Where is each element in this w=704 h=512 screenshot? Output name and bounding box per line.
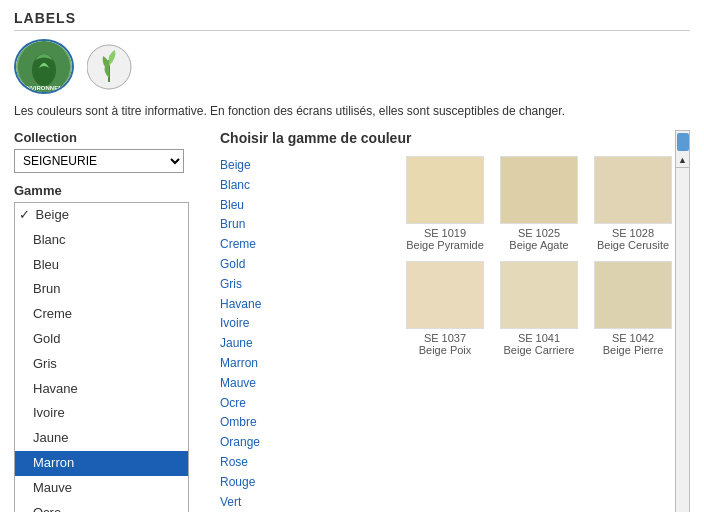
swatch-color-se1037 <box>406 261 484 329</box>
gamme-item-beige[interactable]: ✓ Beige <box>15 203 188 228</box>
swatch-code-se1041: SE 1041 <box>518 332 560 344</box>
swatch-name-se1028: Beige Cerusite <box>597 239 669 251</box>
swatch-code-se1025: SE 1025 <box>518 227 560 239</box>
swatch-color-se1025 <box>500 156 578 224</box>
swatch-name-se1019: Beige Pyramide <box>406 239 484 251</box>
collection-select[interactable]: SEIGNEURIE <box>14 149 184 173</box>
color-link-orange[interactable]: Orange <box>220 433 310 453</box>
page-title: LABELS <box>14 10 690 31</box>
gamme-item-creme[interactable]: Creme <box>15 302 188 327</box>
swatch-code-se1037: SE 1037 <box>424 332 466 344</box>
color-link-havane[interactable]: Havane <box>220 295 310 315</box>
svg-text:NF ENVIRONNEMENT: NF ENVIRONNEMENT <box>17 85 71 91</box>
plant-logo <box>84 39 134 94</box>
gamme-item-gris[interactable]: Gris <box>15 352 188 377</box>
swatch-color-se1042 <box>594 261 672 329</box>
swatch-se1042: SE 1042 Beige Pierre <box>593 261 673 356</box>
collection-label: Collection <box>14 130 204 145</box>
color-grid: SE 1019 Beige Pyramide SE 1025 Beige Aga… <box>405 156 673 356</box>
color-link-bleu[interactable]: Bleu <box>220 196 310 216</box>
gamme-item-gold[interactable]: Gold <box>15 327 188 352</box>
gamme-item-mauve[interactable]: Mauve <box>15 476 188 501</box>
scroll-thumb[interactable] <box>677 133 689 151</box>
color-grid-area: SE 1019 Beige Pyramide SE 1025 Beige Aga… <box>405 156 673 512</box>
color-link-jaune[interactable]: Jaune <box>220 334 310 354</box>
left-panel: Collection SEIGNEURIE Gamme ✓ Beige Blan… <box>14 130 204 512</box>
gamme-list: ✓ Beige Blanc Bleu Brun Creme Gold Gris … <box>14 202 189 512</box>
swatch-se1028: SE 1028 Beige Cerusite <box>593 156 673 251</box>
swatch-se1037: SE 1037 Beige Poix <box>405 261 485 356</box>
gamme-item-bleu[interactable]: Bleu <box>15 253 188 278</box>
outer-layout: Collection SEIGNEURIE Gamme ✓ Beige Blan… <box>14 130 690 512</box>
swatch-color-se1028 <box>594 156 672 224</box>
color-links: Beige Blanc Bleu Brun Creme Gold Gris Ha… <box>220 156 310 512</box>
scroll-arrow-up[interactable]: ▲ <box>676 153 689 168</box>
gamme-item-marron[interactable]: Marron <box>15 451 188 476</box>
color-link-ombre[interactable]: Ombre <box>220 413 310 433</box>
right-panel: Choisir la gamme de couleur Beige Blanc … <box>204 130 673 512</box>
color-section: Beige Blanc Bleu Brun Creme Gold Gris Ha… <box>220 156 673 512</box>
swatch-color-se1041 <box>500 261 578 329</box>
svg-point-1 <box>32 54 56 86</box>
color-link-gris[interactable]: Gris <box>220 275 310 295</box>
gamme-item-ivoire[interactable]: Ivoire <box>15 401 188 426</box>
swatch-name-se1041: Beige Carriere <box>504 344 575 356</box>
choose-title: Choisir la gamme de couleur <box>220 130 673 146</box>
color-link-creme[interactable]: Creme <box>220 235 310 255</box>
outer-scrollbar: ▲ ▼ <box>675 130 690 512</box>
logos-area: NF ENVIRONNEMENT <box>14 39 690 94</box>
swatch-name-se1042: Beige Pierre <box>603 344 664 356</box>
gamme-item-ocre[interactable]: Ocre <box>15 501 188 512</box>
gamme-item-brun[interactable]: Brun <box>15 277 188 302</box>
color-link-blanc[interactable]: Blanc <box>220 176 310 196</box>
swatch-code-se1042: SE 1042 <box>612 332 654 344</box>
nf-environnement-logo: NF ENVIRONNEMENT <box>14 39 74 94</box>
main-layout: Collection SEIGNEURIE Gamme ✓ Beige Blan… <box>14 130 673 512</box>
color-link-marron[interactable]: Marron <box>220 354 310 374</box>
color-link-mauve[interactable]: Mauve <box>220 374 310 394</box>
swatch-se1025: SE 1025 Beige Agate <box>499 156 579 251</box>
swatch-name-se1025: Beige Agate <box>509 239 568 251</box>
color-link-rouge[interactable]: Rouge <box>220 473 310 493</box>
color-link-brun[interactable]: Brun <box>220 215 310 235</box>
swatch-se1019: SE 1019 Beige Pyramide <box>405 156 485 251</box>
info-text: Les couleurs sont à titre informative. E… <box>14 104 690 118</box>
swatch-se1041: SE 1041 Beige Carriere <box>499 261 579 356</box>
color-link-rose[interactable]: Rose <box>220 453 310 473</box>
swatch-code-se1019: SE 1019 <box>424 227 466 239</box>
gamme-item-havane[interactable]: Havane <box>15 377 188 402</box>
color-link-beige[interactable]: Beige <box>220 156 310 176</box>
color-link-vert[interactable]: Vert <box>220 493 310 512</box>
gamme-label: Gamme <box>14 183 204 198</box>
page-container: LABELS NF ENVIRONNEMENT L <box>0 0 704 512</box>
swatch-code-se1028: SE 1028 <box>612 227 654 239</box>
gamme-item-jaune[interactable]: Jaune <box>15 426 188 451</box>
gamme-item-blanc[interactable]: Blanc <box>15 228 188 253</box>
color-link-gold[interactable]: Gold <box>220 255 310 275</box>
swatch-name-se1037: Beige Poix <box>419 344 472 356</box>
color-link-ocre[interactable]: Ocre <box>220 394 310 414</box>
swatch-color-se1019 <box>406 156 484 224</box>
color-link-ivoire[interactable]: Ivoire <box>220 314 310 334</box>
